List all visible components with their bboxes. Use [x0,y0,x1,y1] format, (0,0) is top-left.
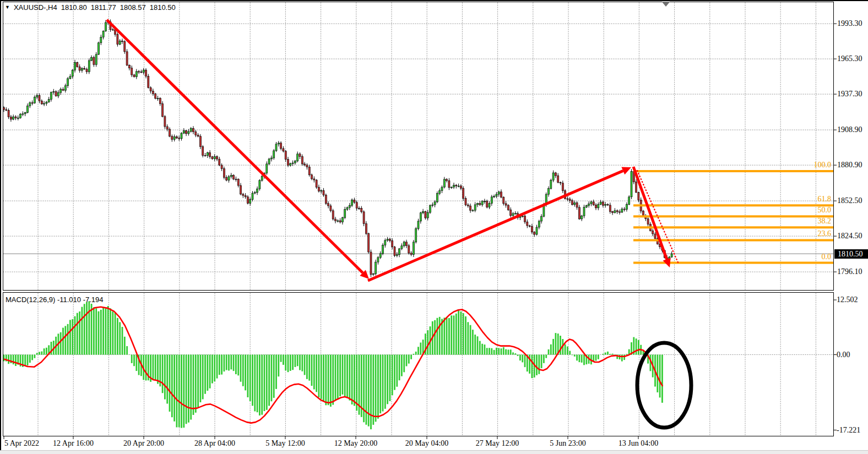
macd-indicator-label: MACD(12,26,9) -11.010 -7.194 [6,296,104,304]
scroll-position-marker-icon[interactable] [662,2,670,7]
price-axis-tick-label: 1937.30 [837,90,862,98]
price-axis-tick-label: 1852.50 [837,197,862,205]
fib-level-label: 61.8 [818,195,832,203]
macd-axis-tick-label: 0.00 [837,351,850,359]
window-top-edge [0,0,868,1]
price-axis-tick-label: 1880.90 [837,161,862,169]
fib-level-label: 38.2 [818,217,832,225]
time-axis-label: 27 May 12:00 [476,440,519,447]
price-axis-tick-label: 1993.30 [837,20,862,28]
symbol-dropdown-icon[interactable]: ▼ [5,4,10,10]
chart-canvas[interactable] [0,0,868,454]
price-axis-tick-label: 1824.50 [837,232,862,240]
macd-axis-tick-label: 12.502 [837,296,858,304]
window-bottom-edge [0,450,868,454]
time-axis-label: 28 Apr 04:00 [194,440,235,447]
time-axis-label: 12 Apr 16:00 [53,440,94,447]
time-axis-label: 5 May 12:00 [265,440,305,447]
price-axis-tick-label: 1908.90 [837,126,862,134]
time-axis-label: 20 May 04:00 [405,440,449,447]
time-axis-label: 5 Apr 2022 [4,440,39,447]
ohlc-open: 1810.80 [61,3,87,12]
trend-arrow[interactable] [633,167,667,259]
chart-title: ▼XAUUSD-,H41810.801811.771808.571810.50 [5,3,176,12]
current-price-badge: 1810.50 [834,249,868,259]
fib-level-label: 100.0 [814,161,832,169]
mt4-chart-window: ▼XAUUSD-,H41810.801811.771808.571810.50 … [0,0,868,454]
macd-pane-border [3,293,834,436]
time-axis-label: 12 May 20:00 [334,440,378,447]
macd-histogram [3,301,663,429]
price-axis-tick-label: 1965.30 [837,55,862,63]
time-axis-label: 5 Jun 23:00 [550,440,585,447]
time-axis-label: 20 Apr 20:00 [123,440,164,447]
symbol-period-label: XAUUSD-,H4 [14,3,57,12]
ohlc-low: 1808.57 [120,3,146,12]
fib-level-label: 23.6 [818,230,832,238]
window-left-edge [0,0,1,450]
candlestick-series [3,19,673,277]
trend-arrow[interactable] [107,20,363,273]
fib-level-label: 0.0 [822,253,832,261]
ohlc-high: 1811.77 [91,3,116,12]
macd-axis-tick-label: -17.221 [837,426,860,434]
ohlc-close: 1810.50 [150,3,176,12]
price-pane-border [3,2,834,291]
fib-level-label: 50.0 [818,206,832,214]
macd-circle-annotation[interactable] [637,343,691,428]
price-axis-tick-label: 1796.10 [837,268,862,276]
trend-arrow[interactable] [368,171,623,281]
time-axis-label: 13 Jun 04:00 [619,440,658,447]
